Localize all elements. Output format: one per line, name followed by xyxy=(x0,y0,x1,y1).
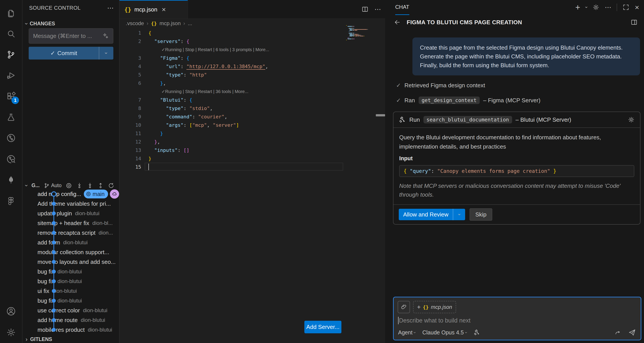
back-icon[interactable] xyxy=(394,18,401,26)
commit-row[interactable]: add mcp config...main xyxy=(22,189,119,199)
conversation-titlebar: FIGMA TO BLUTUI CMS PAGE CREATION xyxy=(386,14,644,30)
code-text: "type": "http" xyxy=(148,72,207,78)
extensions-icon[interactable]: 1 xyxy=(0,86,22,106)
skip-button[interactable]: Skip xyxy=(470,208,492,221)
commit-row[interactable]: sitemap + header fixdion-bl... xyxy=(22,218,119,228)
branch-picker[interactable]: Auto xyxy=(44,183,62,189)
commit-author: dion-blutui xyxy=(81,317,105,323)
codelens-actions[interactable]: ✓Running | Stop | Restart | 36 tools | M… xyxy=(162,89,248,94)
commit-row[interactable]: remove recaptca scriptdion... xyxy=(22,228,119,238)
codelens-row[interactable]: ✓Running | Stop | Restart | 36 tools | M… xyxy=(120,87,385,96)
commit-list: add mcp config...mainAdd theme variables… xyxy=(22,189,119,335)
code-line: 2 "servers": { xyxy=(120,37,385,45)
commit-row[interactable]: bug fixdion-blutui xyxy=(22,267,119,277)
branch-badge-main[interactable]: main xyxy=(84,190,108,198)
commit-row[interactable]: add home routedion-blutui xyxy=(22,315,119,325)
search-icon[interactable] xyxy=(0,24,22,44)
commit-row[interactable]: mobile res productdion-blutui xyxy=(22,325,119,335)
scm-more-actions-icon[interactable]: ⋯ xyxy=(107,7,114,9)
allow-and-review-button[interactable]: Allow and Review › xyxy=(399,209,465,220)
close-panel-icon[interactable]: × xyxy=(635,3,639,12)
commit-dot xyxy=(52,211,56,215)
code-line: 14} xyxy=(120,154,385,163)
add-server-button[interactable]: Add Server... xyxy=(304,321,342,333)
codelens-row[interactable]: ✓Running | Stop | Restart | 6 tools | 3 … xyxy=(120,45,385,54)
model-selector[interactable]: Claude Opus 4.5› xyxy=(422,329,467,336)
tab-close-icon[interactable]: × xyxy=(162,5,166,14)
code-editor[interactable]: 1{2 "servers": {✓Running | Stop | Restar… xyxy=(120,29,385,171)
commit-row[interactable]: add formdion-blutui xyxy=(22,238,119,247)
editor-more-actions-icon[interactable]: ⋯ xyxy=(374,8,381,10)
commit-message: remove recaptca script xyxy=(38,230,96,236)
pull-icon[interactable] xyxy=(87,182,93,189)
continue-arrow-icon[interactable] xyxy=(614,329,622,336)
chat-input-field[interactable]: Describe what to build next xyxy=(398,317,470,324)
commit-row[interactable]: update plugindion-blutui xyxy=(22,209,119,218)
maximize-panel-icon[interactable] xyxy=(622,4,630,11)
commit-dot xyxy=(52,299,56,303)
mongodb-icon[interactable] xyxy=(0,170,22,190)
commit-row[interactable]: move to layouts and add seo... xyxy=(22,257,119,267)
breadcrumb-separator: › xyxy=(183,20,185,26)
commit-row[interactable]: use correct colordion-blutui xyxy=(22,306,119,315)
commit-row[interactable]: bug fixdion-blutui xyxy=(22,277,119,286)
figma-icon[interactable] xyxy=(0,190,22,211)
gitlens-section-header[interactable]: › GITLENS xyxy=(26,336,52,343)
chat-tab[interactable]: CHAT xyxy=(395,0,409,15)
attach-paperclip-icon[interactable] xyxy=(398,301,410,313)
chat-input-box[interactable]: + {} mcp.json Describe what to build nex… xyxy=(393,297,641,340)
testing-icon[interactable] xyxy=(0,107,22,127)
chat-more-actions-icon[interactable]: ⋯ xyxy=(605,6,611,8)
commit-row[interactable]: Add theme variables for pri... xyxy=(22,199,119,209)
editor-group: {} mcp.json × ⋯ .vscode › {} mcp.json › … xyxy=(120,0,385,343)
commit-message: move to layouts and add seo... xyxy=(38,259,116,265)
code-text: "inputs": [] xyxy=(148,147,189,153)
mode-selector[interactable]: Agent› xyxy=(398,329,416,336)
target-icon[interactable] xyxy=(66,182,72,189)
commit-row[interactable]: modular collection support... xyxy=(22,247,119,257)
push-icon[interactable] xyxy=(97,182,104,189)
commit-row[interactable]: ui fixdion-blutui xyxy=(22,286,119,296)
explorer-icon[interactable] xyxy=(0,3,22,23)
run-debug-icon[interactable] xyxy=(0,65,22,85)
commit-row[interactable]: bug fixdion-blutui xyxy=(22,296,119,306)
code-line: 1{ xyxy=(120,29,385,37)
codelens-actions[interactable]: ✓Running | Stop | Restart | 6 tools | 3 … xyxy=(162,47,269,52)
new-chat-icon[interactable]: + xyxy=(576,3,580,12)
breadcrumb[interactable]: .vscode › {} mcp.json › ... xyxy=(126,20,192,26)
commit-message-input[interactable]: Message (⌘Enter to ... xyxy=(29,28,113,44)
send-icon[interactable] xyxy=(628,328,636,337)
tools-icon[interactable] xyxy=(474,329,480,336)
settings-gear-icon[interactable] xyxy=(0,322,22,343)
gitlens-icon[interactable] xyxy=(0,128,22,148)
sparkle-icon[interactable] xyxy=(102,33,109,39)
commit-message: sitemap + header fix xyxy=(38,220,89,227)
graph-section-label: G... xyxy=(32,183,40,188)
chat-settings-gear-icon[interactable] xyxy=(592,4,600,11)
commit-dropdown[interactable]: › xyxy=(99,47,113,59)
changes-section-header[interactable]: › CHANGES xyxy=(26,20,55,27)
security-note: Note that MCP servers or malicious conve… xyxy=(394,177,640,204)
attached-file-chip[interactable]: + {} mcp.json xyxy=(413,301,456,313)
chat-panel: CHAT + › ⋯ × FIGMA TO BLUTUI CMS PAGE CR… xyxy=(386,0,644,343)
text-caret xyxy=(398,317,398,324)
split-editor-icon[interactable] xyxy=(361,5,369,13)
tool-settings-gear-icon[interactable] xyxy=(628,116,635,123)
tab-mcp-json[interactable]: {} mcp.json × xyxy=(120,0,188,18)
accounts-icon[interactable] xyxy=(0,301,22,322)
fetch-icon[interactable] xyxy=(76,182,83,189)
commit-author: dion... xyxy=(98,230,113,236)
allow-dropdown[interactable]: › xyxy=(453,209,465,220)
tool-input-code[interactable]: { "query": "Canopy elements forms page c… xyxy=(399,165,634,177)
refresh-icon[interactable] xyxy=(108,182,114,189)
open-in-editor-icon[interactable] xyxy=(630,18,638,26)
commit-dot xyxy=(52,318,56,322)
gitlens-inspect-icon[interactable] xyxy=(0,149,22,169)
cloud-badge[interactable] xyxy=(110,189,119,199)
commit-button[interactable]: ✓Commit › xyxy=(29,47,113,59)
code-text: } xyxy=(148,156,151,161)
new-chat-dropdown-icon[interactable]: › xyxy=(583,6,589,8)
graph-section-header[interactable]: › G... Auto ⋯ xyxy=(26,182,118,189)
source-control-icon[interactable] xyxy=(0,44,22,65)
minimap[interactable] xyxy=(346,25,370,42)
